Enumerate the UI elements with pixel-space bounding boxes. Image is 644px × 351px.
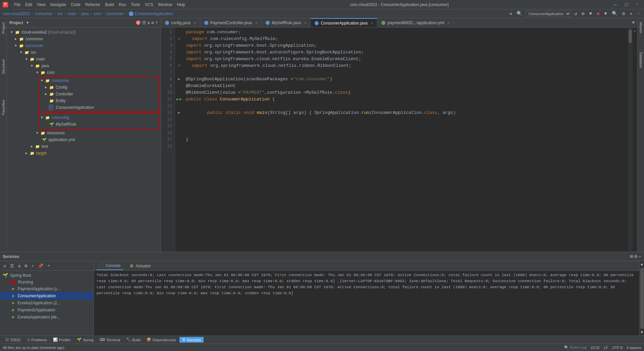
console-scrollbar-thumb[interactable] <box>640 268 644 329</box>
menu-window[interactable]: Window <box>156 2 174 8</box>
services-eureka2-app[interactable]: ▶ Eureka2Application (2... <box>0 299 94 306</box>
menu-build[interactable]: Build <box>103 2 116 8</box>
tab-expand-icon[interactable]: ▼ <box>632 20 635 25</box>
console-tab-actuator[interactable]: ⚙ Actuator <box>127 262 153 270</box>
database-panel-tab[interactable]: Database <box>638 49 644 71</box>
project-dropdown-icon[interactable]: ▼ <box>26 21 29 25</box>
tree-item-config[interactable]: ▶ 📁 Config <box>40 84 159 91</box>
menu-file[interactable]: File <box>12 2 22 8</box>
gear-icon[interactable]: ⚙ <box>621 10 626 17</box>
more-icon[interactable]: ▼ <box>588 10 593 17</box>
tab-close-myselfrule[interactable]: × <box>304 21 306 25</box>
toolbar-terminal[interactable]: ⌨ Terminal <box>97 337 123 343</box>
toolbar-build[interactable]: 🔨 Build <box>123 337 143 343</box>
expand-arrow-config[interactable]: ▶ <box>45 85 49 89</box>
menu-edit[interactable]: Edit <box>23 2 34 8</box>
tree-item-java[interactable]: ▼ 📁 java <box>7 62 161 69</box>
tree-item-myselfrule[interactable]: 🌱 MySelfRule <box>40 121 159 128</box>
toolbar-dependencies[interactable]: 📦 Dependencies <box>144 337 179 343</box>
color-icon[interactable]: ● <box>628 10 634 17</box>
tab-consumer-app[interactable]: ConsumerApplication.java × <box>311 18 377 27</box>
menu-navigate[interactable]: Navigate <box>48 2 68 8</box>
console-scrollbar[interactable]: ▲ ▼ <box>639 261 644 336</box>
menu-vcs[interactable]: VCS <box>143 2 155 8</box>
maven-panel-tab[interactable]: Maven <box>638 19 644 36</box>
services-settings-icon[interactable]: ⚙ <box>634 254 637 259</box>
tree-item-com[interactable]: ▼ 📁 com <box>7 69 161 76</box>
tree-item-controller[interactable]: ▶ 📁 Controller <box>40 91 159 97</box>
stop-icon[interactable]: ■ <box>595 10 601 17</box>
services-running-section[interactable]: ▶ Running <box>0 279 94 285</box>
tree-item-ruleconfig[interactable]: ▼ 📁 ruleconfig <box>40 114 159 121</box>
expand-arrow-consumer-pkg[interactable]: ▼ <box>41 79 45 83</box>
close-sidebar-icon[interactable]: × <box>155 20 158 26</box>
breadcrumb-com[interactable]: com <box>94 11 101 16</box>
tree-item-entity[interactable]: 📁 Entity <box>40 97 159 104</box>
breadcrumb-java[interactable]: java <box>82 11 89 16</box>
expand-arrow-ruleconfig[interactable]: ▼ <box>41 116 45 120</box>
expand-arrow-target[interactable]: ▶ <box>25 151 30 155</box>
settings-icon[interactable]: ⚙ <box>580 10 586 17</box>
services-payment-app[interactable]: ▶ PaymentApplication [c... <box>0 285 94 292</box>
favorites-panel-tab[interactable]: Favorites <box>1 97 6 118</box>
tab-app-yml[interactable]: payment8002\...\application.yml × <box>377 18 454 27</box>
toolbar-spring[interactable]: 🌱 Spring <box>74 337 96 343</box>
gutter-play-13[interactable]: ▶ <box>175 109 183 116</box>
gutter-run-8[interactable]: ▶ <box>175 76 183 83</box>
breadcrumb-main[interactable]: main <box>68 11 76 16</box>
services-minimize-icon[interactable]: — <box>639 254 641 259</box>
scroll-down-icon[interactable]: ▼ <box>641 330 643 335</box>
search-everywhere-icon[interactable]: 🔍 <box>515 10 524 17</box>
services-sort-icon[interactable]: ⇅ <box>17 263 22 269</box>
sidebar-settings-icon[interactable]: ⚙ <box>151 20 154 26</box>
indent-display[interactable]: 4 spaces <box>627 346 641 350</box>
services-pin-icon[interactable]: 📌 <box>37 263 45 269</box>
search-icon[interactable]: 🔍 <box>610 10 619 17</box>
sort-icon[interactable]: ⇅ <box>148 20 150 26</box>
expand-arrow-commons[interactable]: ▶ <box>15 37 19 41</box>
tree-item-consumer-app-file[interactable]: C ConsumerApplication <box>40 104 159 111</box>
menu-run[interactable]: Run <box>117 2 128 8</box>
services-collapse-icon[interactable]: ☰ <box>9 263 15 269</box>
menu-refactor[interactable]: Refactor <box>83 2 102 8</box>
toolbar-problems[interactable]: ⚠ Problems <box>24 337 50 343</box>
expand-arrow-com[interactable]: ▼ <box>36 71 40 75</box>
breadcrumb-consumer[interactable]: consumer <box>35 11 53 16</box>
gutter-run-11[interactable]: ▶ ▶ <box>175 96 183 103</box>
tree-item-cloud-eureka2[interactable]: ▼ 📁 cloud-eureka2 [cloud-erukza2] <box>7 29 161 36</box>
class-selector[interactable]: ConsumerApplication <box>526 11 571 17</box>
expand-arrow-controller[interactable]: ▶ <box>45 92 49 96</box>
maximize-button[interactable]: □ <box>622 1 630 8</box>
services-consumer-app[interactable]: ▶ ConsumerApplication <box>0 292 94 299</box>
services-grid-icon[interactable]: ⊞ <box>23 263 29 269</box>
expand-arrow-resources[interactable]: ▼ <box>36 131 40 135</box>
toolbar-todo[interactable]: ☑ TODO <box>3 337 23 343</box>
tree-item-commons[interactable]: ▶ 📁 commons <box>7 36 161 42</box>
structure-panel-tab[interactable]: Structure <box>1 56 6 77</box>
tab-close-app-yml[interactable]: × <box>447 21 449 25</box>
expand-arrow-java[interactable]: ▼ <box>31 64 35 68</box>
menu-view[interactable]: View <box>35 2 48 8</box>
running-section-arrow[interactable]: ▶ <box>7 279 11 284</box>
expand-arrow-main[interactable]: ▼ <box>25 57 30 61</box>
refresh-icon[interactable]: ↺ <box>573 10 578 17</box>
editor-scrollbar[interactable] <box>628 28 633 252</box>
expand-arrow-src[interactable]: ▼ <box>20 51 24 54</box>
project-panel-tab[interactable]: Project <box>1 19 6 36</box>
minimize-button[interactable]: — <box>611 1 620 8</box>
menu-tools[interactable]: Tools <box>129 2 142 8</box>
expand-arrow-consumer[interactable]: ▼ <box>15 44 19 48</box>
tab-myselfrule[interactable]: MySelfRule.java × <box>262 18 311 27</box>
check-icon[interactable]: ✓ <box>636 10 641 17</box>
tab-config[interactable]: config.java × <box>161 18 200 27</box>
tree-item-consumer-pkg[interactable]: ▼ 📁 consumer <box>40 77 159 84</box>
tree-item-consumer[interactable]: ▼ 📁 consumer <box>7 42 161 49</box>
expand-arrow-cloud-eureka2[interactable]: ▼ <box>11 31 15 34</box>
services-expand-icon[interactable]: ⊞ <box>630 254 633 259</box>
menu-help[interactable]: Help <box>175 2 187 8</box>
toolbar-profiler[interactable]: 📊 Profiler <box>50 337 73 343</box>
services-springboot-section[interactable]: 🌱 Spring Boot <box>0 272 94 279</box>
expand-arrow-test[interactable]: ▶ <box>31 144 35 148</box>
tree-item-resources[interactable]: ▼ 📁 resources <box>7 130 161 136</box>
breadcrumb-class[interactable]: ConsumerApplication <box>135 11 173 16</box>
